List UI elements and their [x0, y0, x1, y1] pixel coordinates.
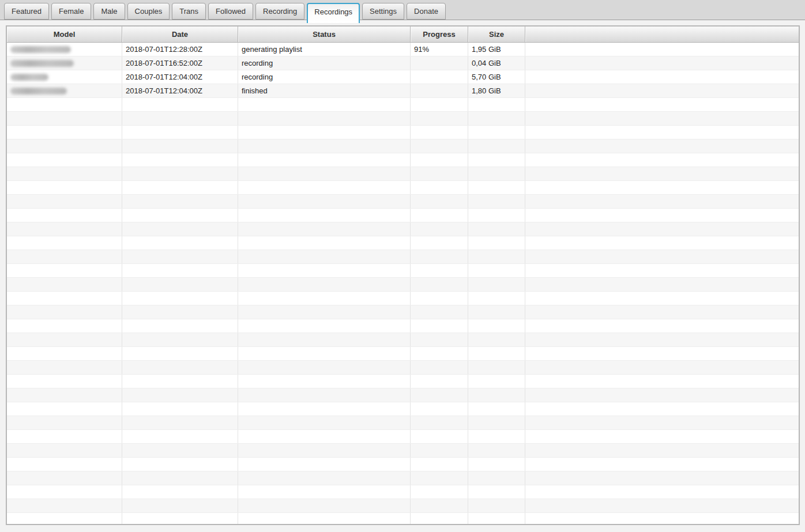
cell-model: [7, 43, 122, 56]
redacted-model-text: [10, 74, 48, 81]
column-header-status[interactable]: Status: [238, 27, 411, 42]
tab-label: Couples: [135, 7, 163, 16]
cell-size: 0,04 GiB: [468, 56, 525, 70]
cell-status: recording: [238, 70, 411, 84]
column-header-blank[interactable]: [525, 27, 799, 42]
tab-couples[interactable]: Couples: [127, 3, 170, 20]
empty-table-row: [7, 513, 799, 525]
tab-recording[interactable]: Recording: [255, 3, 304, 20]
column-header-size[interactable]: Size: [468, 27, 525, 42]
table-row[interactable]: 2018-07-01T12:04:00Z recording 5,70 GiB: [7, 70, 799, 84]
redacted-model-text: [10, 88, 67, 95]
column-header-model[interactable]: Model: [7, 27, 122, 42]
empty-table-row: [7, 416, 799, 430]
empty-table-row: [7, 209, 799, 222]
cell-model: [7, 56, 122, 70]
empty-table-row: [7, 361, 799, 375]
redacted-model-text: [10, 46, 71, 53]
column-header-label: Progress: [423, 30, 455, 39]
cell-status: generating playlist: [238, 43, 411, 56]
column-header-label: Model: [54, 30, 76, 39]
recordings-table: Model Date Status Progress Size 2018-07-…: [6, 25, 800, 525]
table-row[interactable]: 2018-07-01T12:28:00Z generating playlist…: [7, 43, 799, 56]
tab-settings[interactable]: Settings: [362, 3, 404, 20]
cell-date: 2018-07-01T16:52:00Z: [122, 56, 238, 70]
empty-table-row: [7, 264, 799, 278]
empty-table-row: [7, 375, 799, 388]
tab-trans[interactable]: Trans: [172, 3, 206, 20]
table-header: Model Date Status Progress Size: [7, 27, 799, 43]
table-body: 2018-07-01T12:28:00Z generating playlist…: [7, 43, 799, 525]
tab-featured[interactable]: Featured: [4, 3, 49, 20]
column-header-progress[interactable]: Progress: [411, 27, 468, 42]
cell-model: [7, 70, 122, 84]
cell-size: 5,70 GiB: [468, 70, 525, 84]
empty-table-row: [7, 458, 799, 471]
empty-table-row: [7, 430, 799, 444]
cell-size: 1,95 GiB: [468, 43, 525, 56]
tab-female[interactable]: Female: [51, 3, 91, 20]
tab-followed[interactable]: Followed: [208, 3, 253, 20]
empty-table-row: [7, 112, 799, 126]
cell-progress: [411, 84, 468, 97]
column-header-date[interactable]: Date: [122, 27, 238, 42]
empty-table-row: [7, 388, 799, 402]
tab-label: Featured: [12, 7, 42, 16]
tab-label: Male: [101, 7, 117, 16]
cell-size: 1,80 GiB: [468, 84, 525, 97]
empty-table-row: [7, 471, 799, 485]
cell-progress: 91%: [411, 43, 468, 56]
column-header-label: Size: [489, 30, 504, 39]
empty-table-row: [7, 181, 799, 195]
cell-progress: [411, 56, 468, 70]
empty-table-row: [7, 402, 799, 416]
empty-table-row: [7, 139, 799, 153]
table-row[interactable]: 2018-07-01T12:04:00Z finished 1,80 GiB: [7, 84, 799, 98]
empty-table-row: [7, 347, 799, 361]
tab-label: Followed: [216, 7, 246, 16]
tab-recordings[interactable]: Recordings: [307, 3, 360, 23]
cell-blank: [525, 56, 799, 70]
column-header-label: Status: [313, 30, 336, 39]
tab-male[interactable]: Male: [93, 3, 125, 20]
cell-status: recording: [238, 56, 411, 70]
cell-date: 2018-07-01T12:28:00Z: [122, 43, 238, 56]
tab-label: Settings: [370, 7, 397, 16]
cell-blank: [525, 84, 799, 97]
column-header-label: Date: [172, 30, 188, 39]
empty-table-row: [7, 222, 799, 236]
redacted-model-text: [10, 60, 74, 67]
empty-table-row: [7, 167, 799, 181]
empty-table-row: [7, 333, 799, 347]
empty-table-row: [7, 278, 799, 292]
cell-status: finished: [238, 84, 411, 97]
table-row[interactable]: 2018-07-01T16:52:00Z recording 0,04 GiB: [7, 56, 799, 70]
empty-table-row: [7, 444, 799, 458]
cell-blank: [525, 43, 799, 56]
tab-label: Trans: [179, 7, 198, 16]
empty-table-row: [7, 153, 799, 167]
tab-label: Donate: [414, 7, 438, 16]
tab-bar: Featured Female Male Couples Trans Follo…: [0, 0, 805, 20]
empty-table-row: [7, 292, 799, 305]
tab-label: Female: [59, 7, 84, 16]
cell-date: 2018-07-01T12:04:00Z: [122, 70, 238, 84]
tab-label: Recordings: [314, 7, 352, 16]
empty-table-row: [7, 250, 799, 264]
empty-table-row: [7, 305, 799, 319]
cell-model: [7, 84, 122, 97]
empty-table-row: [7, 126, 799, 139]
cell-progress: [411, 70, 468, 84]
empty-table-row: [7, 319, 799, 333]
tab-donate[interactable]: Donate: [407, 3, 446, 20]
cell-date: 2018-07-01T12:04:00Z: [122, 84, 238, 97]
empty-table-row: [7, 98, 799, 112]
cell-blank: [525, 70, 799, 84]
empty-table-row: [7, 485, 799, 499]
tab-label: Recording: [263, 7, 297, 16]
empty-table-row: [7, 236, 799, 250]
empty-table-row: [7, 499, 799, 513]
empty-table-row: [7, 195, 799, 209]
